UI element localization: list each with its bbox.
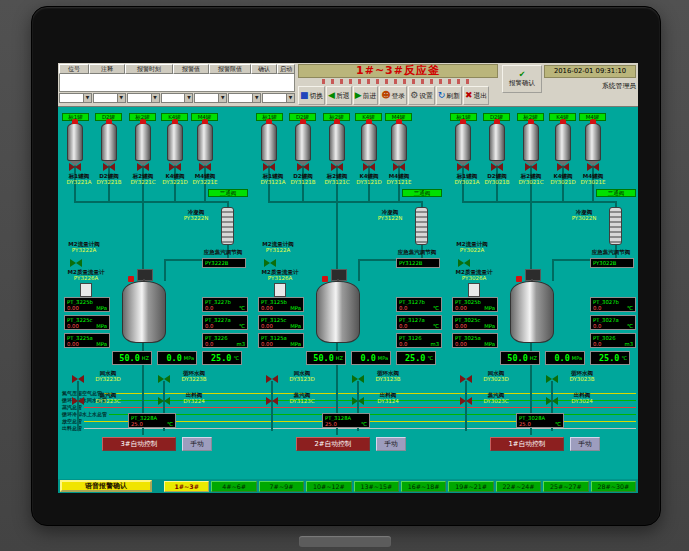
instrument-readout: PT_3227b 0.0℃ — [202, 297, 248, 312]
alarm-list[interactable] — [59, 74, 295, 92]
tank-valve-icon[interactable] — [103, 163, 115, 171]
toolbar-button[interactable]: ■ 切换 — [298, 86, 325, 105]
flow-valve-icon[interactable] — [264, 259, 276, 267]
page-button[interactable]: 19#~21# — [448, 481, 493, 492]
valve-icon[interactable] — [266, 397, 278, 405]
chevron-down-icon: ▼ — [252, 94, 260, 102]
valve-icon[interactable] — [546, 397, 558, 405]
toolbar-button[interactable]: ✖ 退出 — [463, 86, 489, 105]
valve-icon[interactable] — [158, 397, 170, 405]
filter-select[interactable]: ▼ — [59, 93, 92, 103]
auto-control-button[interactable]: 3#自动控制 — [102, 437, 176, 451]
page-button[interactable]: 1#~3# — [164, 481, 209, 492]
filter-select[interactable]: ▼ — [127, 93, 160, 103]
tank-valve-icon[interactable] — [199, 163, 211, 171]
instrument-readout: PT_3028A 25.0℃ — [516, 413, 564, 428]
tank-valve-icon[interactable] — [297, 163, 309, 171]
filter-select[interactable]: ▼ — [194, 93, 227, 103]
condenser — [609, 207, 622, 245]
valve-icon[interactable] — [546, 375, 558, 383]
valve-label: M4罐阀 DY3121E — [382, 173, 416, 185]
voice-alarm-ack-button[interactable]: 语音报警确认 — [60, 480, 152, 492]
page-button[interactable]: 25#~27# — [543, 481, 588, 492]
tank-valve-icon[interactable] — [525, 163, 537, 171]
valve-tag: DY3223B — [172, 376, 216, 382]
valve-icon[interactable] — [352, 375, 364, 383]
alarm-summary-panel: 位号 注释 报警时刻 报警值 报警限值 确认 启动 — [58, 63, 296, 106]
page-button[interactable]: 4#~6# — [211, 481, 256, 492]
tank-valve-icon[interactable] — [331, 163, 343, 171]
filter-select[interactable]: ▼ — [262, 93, 295, 103]
tank-valve-icon[interactable] — [69, 163, 81, 171]
valve-icon[interactable] — [352, 397, 364, 405]
filter-select[interactable]: ▼ — [161, 93, 194, 103]
manual-button[interactable]: 手动 — [182, 437, 212, 451]
valve-tag: DY3121A — [256, 179, 290, 185]
tank-valve-icon[interactable] — [137, 163, 149, 171]
valve-label: 标1罐阀 DY3121A — [256, 173, 290, 185]
toolbar-button[interactable]: ⚙ 设置 — [408, 86, 435, 105]
valve-icon[interactable] — [158, 375, 170, 383]
tank-valve-icon[interactable] — [363, 163, 375, 171]
page-button[interactable]: 7#~9# — [259, 481, 304, 492]
instrument-value: 0.00 — [67, 323, 79, 329]
digital-display: 50.0HZ — [306, 351, 346, 365]
tank-valve-icon[interactable] — [263, 163, 275, 171]
pipe-segment — [268, 201, 423, 203]
digital-display: 0.0MPa — [545, 351, 585, 365]
tank-valve-icon[interactable] — [393, 163, 405, 171]
valve-tag: DY3221B — [92, 179, 126, 185]
valve-icon[interactable] — [460, 397, 472, 405]
valve-label: D2罐阀 DY3121B — [286, 173, 320, 185]
flow-valve-icon[interactable] — [458, 259, 470, 267]
instrument-unit: MPa — [290, 305, 301, 311]
auto-control-button[interactable]: 1#自动控制 — [490, 437, 564, 451]
metering-tank — [197, 123, 213, 161]
metering-tank — [295, 123, 311, 161]
valve-label: 冷凝阀 PY3022N — [562, 209, 606, 221]
toolbar-button[interactable]: ☻ 登录 — [379, 86, 407, 105]
page-button[interactable]: 28#~30# — [591, 481, 636, 492]
instrument-unit: ℃ — [239, 305, 245, 311]
back-icon: ◀ — [328, 91, 335, 100]
manual-button[interactable]: 手动 — [376, 437, 406, 451]
instrument-value: 0.0 — [205, 323, 213, 329]
valve-icon[interactable] — [266, 375, 278, 383]
instrument-readout: PY3122B — [396, 258, 440, 268]
page-button[interactable]: 10#~12# — [306, 481, 351, 492]
toolbar-button[interactable]: ↻ 刷新 — [436, 86, 462, 105]
tank-valve-icon[interactable] — [587, 163, 599, 171]
auto-control-button[interactable]: 2#自动控制 — [296, 437, 370, 451]
three-way-valve-label: 三通阀 — [596, 189, 636, 197]
tank-valve-icon[interactable] — [169, 163, 181, 171]
valve-icon[interactable] — [72, 397, 84, 405]
valve-label: 标1罐阀 DY3021A — [450, 173, 484, 185]
condenser — [415, 207, 428, 245]
display-value: 0.0 — [360, 353, 375, 363]
filter-select[interactable]: ▼ — [228, 93, 261, 103]
instrument-tag: PY3022B — [593, 260, 631, 266]
tank-valve-icon[interactable] — [557, 163, 569, 171]
instrument-readout: PT_3225a 0.00MPa — [64, 333, 110, 348]
manual-button[interactable]: 手动 — [570, 437, 600, 451]
display-unit: MPa — [184, 355, 194, 361]
digital-display: 25.0℃ — [396, 351, 436, 365]
page-button[interactable]: 22#~24# — [496, 481, 541, 492]
page-button[interactable]: 13#~15# — [354, 481, 399, 492]
valve-icon[interactable] — [460, 375, 472, 383]
page-button[interactable]: 16#~18# — [401, 481, 446, 492]
tank-valve-icon[interactable] — [491, 163, 503, 171]
reactor-vessel — [316, 281, 360, 343]
instrument-readout: PT_3026 0.0m3 — [590, 333, 636, 348]
flow-meter-tag: PY3226A — [62, 275, 110, 281]
valve-tag: DY3221D — [158, 179, 192, 185]
valve-tag: DY3123D — [280, 376, 324, 382]
tank-valve-icon[interactable] — [457, 163, 469, 171]
toolbar-button[interactable]: ▶ 前进 — [353, 86, 379, 105]
flow-valve-icon[interactable] — [70, 259, 82, 267]
valve-icon[interactable] — [72, 375, 84, 383]
alarm-ack-button[interactable]: ✔ 报警确认 — [502, 65, 542, 93]
filter-select[interactable]: ▼ — [93, 93, 126, 103]
toolbar-button[interactable]: ◀ 后退 — [326, 86, 352, 105]
mass-flow-meter — [274, 283, 286, 297]
